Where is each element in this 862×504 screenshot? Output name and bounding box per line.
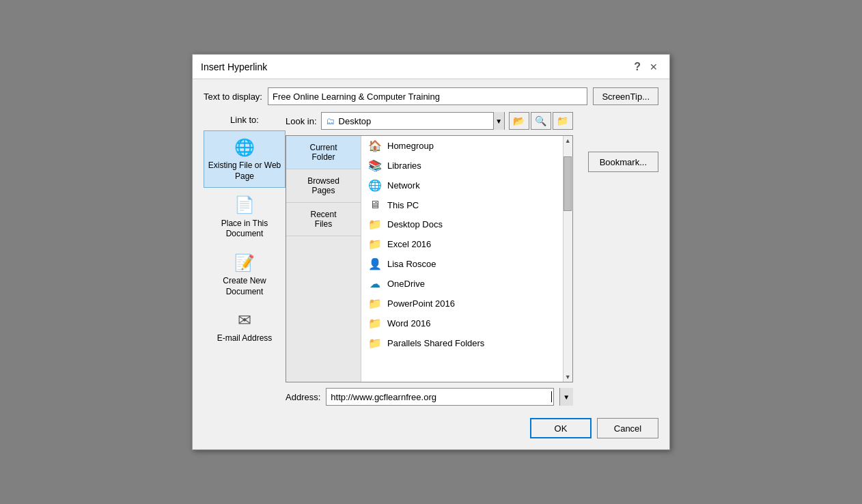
file-item-excel2016[interactable]: 📁 Excel 2016 [361,234,563,254]
file-item-name: This PC [387,200,419,210]
text-to-display-row: Text to display: ScreenTip... [204,87,658,105]
file-item-word2016[interactable]: 📁 Word 2016 [361,313,563,333]
look-in-dropdown[interactable]: 🗂 Desktop ▼ [321,112,505,130]
create-new-doc-icon: 📝 [234,252,255,273]
look-in-value-display: 🗂 Desktop [322,116,493,126]
look-in-dropdown-arrow[interactable]: ▼ [493,112,504,130]
cancel-button[interactable]: Cancel [597,418,658,438]
file-item-onedrive[interactable]: ☁ OneDrive [361,274,563,294]
file-item-thispc[interactable]: 🖥 This PC [361,195,563,214]
file-item-name: Excel 2016 [387,239,431,249]
main-content: Link to: 🌐 Existing File or Web Page 📄 P… [204,112,658,406]
libraries-icon: 📚 [368,159,382,172]
right-action-buttons: Bookmark... [580,112,658,406]
address-label: Address: [286,392,320,402]
link-to-label: Link to: [204,115,286,125]
email-address-icon: ✉ [238,309,251,331]
network-icon: 🌐 [368,179,382,192]
create-new-doc-label: Create New Document [207,276,282,297]
address-input[interactable] [326,392,549,402]
place-in-doc-icon: 📄 [234,194,255,215]
file-item-parallels[interactable]: 📁 Parallels Shared Folders [361,333,563,353]
link-to-create-new-document[interactable]: 📝 Create New Document [204,246,286,303]
address-cursor [551,391,552,402]
nav-recent-files[interactable]: RecentFiles [286,203,361,236]
file-item-name: Libraries [387,160,421,171]
desktopdocs-icon: 📁 [368,218,382,231]
close-button[interactable]: ✕ [646,59,661,74]
file-item-name: Lisa Roscoe [387,259,436,269]
file-item-ppt2016[interactable]: 📁 PowerPoint 2016 [361,294,563,313]
title-bar: Insert Hyperlink ? ✕ [193,55,669,79]
nav-current-folder[interactable]: CurrentFolder [286,136,361,169]
look-in-label: Look in: [286,116,317,126]
insert-hyperlink-dialog: Insert Hyperlink ? ✕ Text to display: Sc… [192,54,670,450]
dialog-title: Insert Hyperlink [201,61,267,72]
ppt2016-icon: 📁 [368,297,382,310]
address-input-wrap [326,388,553,406]
file-list-container: 🏠 Homegroup 📚 Libraries 🌐 Network [361,136,563,382]
text-to-display-input[interactable] [268,87,587,105]
text-to-display-label: Text to display: [204,92,262,102]
bottom-buttons: OK Cancel [204,412,658,441]
lisaroscoe-icon: 👤 [368,257,382,270]
search-button[interactable]: 🔍 [531,112,551,130]
file-item-name: Parallels Shared Folders [387,338,484,348]
place-in-doc-label: Place in This Document [207,219,282,240]
screentip-button[interactable]: ScreenTip... [593,87,658,105]
onedrive-icon: ☁ [368,277,382,290]
existing-file-icon: 🌐 [234,137,255,158]
file-item-name: Homegroup [387,141,434,151]
up-folder-button[interactable]: 📁 [553,112,573,130]
browser-nav: CurrentFolder BrowsedPages RecentFiles [286,136,361,382]
word2016-icon: 📁 [368,317,382,330]
file-item-name: Network [387,180,420,191]
excel2016-icon: 📁 [368,238,382,251]
file-item-name: OneDrive [387,279,425,289]
parallels-icon: 📁 [368,337,382,350]
file-browser-area: CurrentFolder BrowsedPages RecentFiles 🏠… [286,135,573,382]
file-item-desktopdocs[interactable]: 📁 Desktop Docs [361,214,563,234]
ok-button[interactable]: OK [530,418,592,438]
scroll-down-arrow[interactable]: ▼ [563,372,572,382]
file-item-name: Desktop Docs [387,219,443,229]
existing-file-label: Existing File or Web Page [207,160,282,182]
file-item-name: Word 2016 [387,318,430,328]
file-list: 🏠 Homegroup 📚 Libraries 🌐 Network [361,136,563,382]
link-to-existing-file[interactable]: 🌐 Existing File or Web Page [204,130,286,188]
look-in-folder-icon: 🗂 [326,116,335,126]
file-item-lisaroscoe[interactable]: 👤 Lisa Roscoe [361,254,563,274]
bookmark-button[interactable]: Bookmark... [588,152,658,172]
homegroup-icon: 🏠 [368,139,382,152]
file-item-name: PowerPoint 2016 [387,298,455,309]
back-button[interactable]: 📂 [509,112,529,130]
email-address-label: E-mail Address [217,333,273,344]
scroll-up-arrow[interactable]: ▲ [563,136,572,145]
left-panel: Link to: 🌐 Existing File or Web Page 📄 P… [204,112,286,406]
title-bar-controls: ? ✕ [634,59,661,74]
file-item-homegroup[interactable]: 🏠 Homegroup [361,136,563,156]
look-in-value: Desktop [339,116,372,126]
scrollbar: ▲ ▼ [563,136,572,382]
right-panel: Look in: 🗂 Desktop ▼ 📂 🔍 📁 [286,112,573,406]
thispc-icon: 🖥 [368,199,382,211]
help-button[interactable]: ? [634,61,641,73]
link-to-email-address[interactable]: ✉ E-mail Address [204,303,286,350]
address-row: Address: ▼ [286,388,573,406]
file-item-libraries[interactable]: 📚 Libraries [361,156,563,176]
dialog-body: Text to display: ScreenTip... Link to: 🌐… [193,79,669,449]
nav-browsed-pages[interactable]: BrowsedPages [286,169,361,203]
address-dropdown-arrow[interactable]: ▼ [559,388,573,406]
link-to-place-in-document[interactable]: 📄 Place in This Document [204,188,286,245]
right-content: Look in: 🗂 Desktop ▼ 📂 🔍 📁 [286,112,658,406]
toolbar-buttons: 📂 🔍 📁 [509,112,573,130]
look-in-row: Look in: 🗂 Desktop ▼ 📂 🔍 📁 [286,112,573,130]
file-item-network[interactable]: 🌐 Network [361,176,563,195]
scrollbar-thumb[interactable] [564,156,572,211]
